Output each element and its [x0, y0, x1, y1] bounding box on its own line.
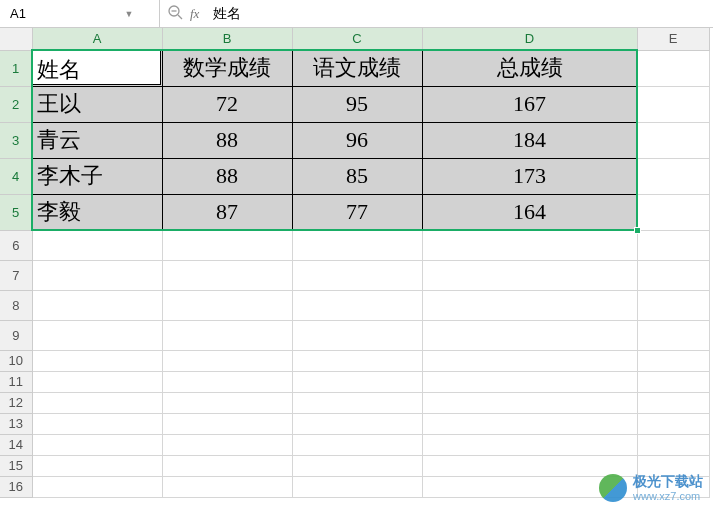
cell-C7[interactable] — [292, 260, 422, 290]
sheet-grid[interactable]: ABCDE1姓名数学成绩语文成绩总成绩2王以72951673青云88961844… — [0, 28, 713, 498]
cell-E5[interactable] — [637, 194, 709, 230]
cell-C1[interactable]: 语文成绩 — [292, 50, 422, 86]
cell-C10[interactable] — [292, 350, 422, 371]
row-head-15[interactable]: 15 — [0, 455, 32, 476]
col-head-C[interactable]: C — [292, 28, 422, 50]
cell-B1[interactable]: 数学成绩 — [162, 50, 292, 86]
row-head-7[interactable]: 7 — [0, 260, 32, 290]
cell-D9[interactable] — [422, 320, 637, 350]
cell-D11[interactable] — [422, 371, 637, 392]
cell-A14[interactable] — [32, 434, 162, 455]
row-head-2[interactable]: 2 — [0, 86, 32, 122]
row-head-9[interactable]: 9 — [0, 320, 32, 350]
cell-D6[interactable] — [422, 230, 637, 260]
cell-C3[interactable]: 96 — [292, 122, 422, 158]
cell-E11[interactable] — [637, 371, 709, 392]
cell-C6[interactable] — [292, 230, 422, 260]
cell-A11[interactable] — [32, 371, 162, 392]
cell-E13[interactable] — [637, 413, 709, 434]
cell-E8[interactable] — [637, 290, 709, 320]
row-head-11[interactable]: 11 — [0, 371, 32, 392]
cell-C5[interactable]: 77 — [292, 194, 422, 230]
cell-C4[interactable]: 85 — [292, 158, 422, 194]
cell-D12[interactable] — [422, 392, 637, 413]
col-head-E[interactable]: E — [637, 28, 709, 50]
cell-E9[interactable] — [637, 320, 709, 350]
cell-A8[interactable] — [32, 290, 162, 320]
cell-D14[interactable] — [422, 434, 637, 455]
cell-C13[interactable] — [292, 413, 422, 434]
row-head-6[interactable]: 6 — [0, 230, 32, 260]
cell-D2[interactable]: 167 — [422, 86, 637, 122]
row-head-13[interactable]: 13 — [0, 413, 32, 434]
formula-input[interactable] — [209, 6, 392, 22]
cell-B14[interactable] — [162, 434, 292, 455]
cell-B4[interactable]: 88 — [162, 158, 292, 194]
row-head-3[interactable]: 3 — [0, 122, 32, 158]
cell-E4[interactable] — [637, 158, 709, 194]
row-head-4[interactable]: 4 — [0, 158, 32, 194]
row-head-8[interactable]: 8 — [0, 290, 32, 320]
cell-B10[interactable] — [162, 350, 292, 371]
cell-D1[interactable]: 总成绩 — [422, 50, 637, 86]
cell-A15[interactable] — [32, 455, 162, 476]
cell-E12[interactable] — [637, 392, 709, 413]
cell-A7[interactable] — [32, 260, 162, 290]
cell-B5[interactable]: 87 — [162, 194, 292, 230]
cell-A10[interactable] — [32, 350, 162, 371]
cell-B9[interactable] — [162, 320, 292, 350]
zoom-out-icon[interactable] — [160, 5, 190, 23]
name-box-input[interactable] — [0, 6, 120, 21]
cell-B7[interactable] — [162, 260, 292, 290]
cell-B8[interactable] — [162, 290, 292, 320]
cell-B2[interactable]: 72 — [162, 86, 292, 122]
cell-B16[interactable] — [162, 476, 292, 497]
cell-E1[interactable] — [637, 50, 709, 86]
cell-E3[interactable] — [637, 122, 709, 158]
cell-C14[interactable] — [292, 434, 422, 455]
cell-D13[interactable] — [422, 413, 637, 434]
cell-A2[interactable]: 王以 — [32, 86, 162, 122]
cell-B12[interactable] — [162, 392, 292, 413]
col-head-A[interactable]: A — [32, 28, 162, 50]
cell-C15[interactable] — [292, 455, 422, 476]
cell-D3[interactable]: 184 — [422, 122, 637, 158]
row-head-1[interactable]: 1 — [0, 50, 32, 86]
cell-A9[interactable] — [32, 320, 162, 350]
cell-A12[interactable] — [32, 392, 162, 413]
cell-D4[interactable]: 173 — [422, 158, 637, 194]
cell-C8[interactable] — [292, 290, 422, 320]
col-head-B[interactable]: B — [162, 28, 292, 50]
cell-B11[interactable] — [162, 371, 292, 392]
cell-A3[interactable]: 青云 — [32, 122, 162, 158]
cell-C2[interactable]: 95 — [292, 86, 422, 122]
cell-E6[interactable] — [637, 230, 709, 260]
row-head-14[interactable]: 14 — [0, 434, 32, 455]
cell-D8[interactable] — [422, 290, 637, 320]
row-head-12[interactable]: 12 — [0, 392, 32, 413]
cell-D5[interactable]: 164 — [422, 194, 637, 230]
cell-B15[interactable] — [162, 455, 292, 476]
cell-A6[interactable] — [32, 230, 162, 260]
row-head-16[interactable]: 16 — [0, 476, 32, 497]
cell-D10[interactable] — [422, 350, 637, 371]
cell-E2[interactable] — [637, 86, 709, 122]
cell-A1[interactable]: 姓名 — [32, 50, 162, 86]
cell-C11[interactable] — [292, 371, 422, 392]
col-head-D[interactable]: D — [422, 28, 637, 50]
cell-B3[interactable]: 88 — [162, 122, 292, 158]
row-head-5[interactable]: 5 — [0, 194, 32, 230]
name-box-dropdown-icon[interactable]: ▼ — [120, 9, 138, 19]
cell-E14[interactable] — [637, 434, 709, 455]
cell-A16[interactable] — [32, 476, 162, 497]
cell-B6[interactable] — [162, 230, 292, 260]
cell-A13[interactable] — [32, 413, 162, 434]
cell-D7[interactable] — [422, 260, 637, 290]
cell-C12[interactable] — [292, 392, 422, 413]
cell-C16[interactable] — [292, 476, 422, 497]
row-head-10[interactable]: 10 — [0, 350, 32, 371]
cell-B13[interactable] — [162, 413, 292, 434]
fx-icon[interactable]: fx — [190, 6, 199, 22]
select-all-corner[interactable] — [0, 28, 32, 50]
cell-C9[interactable] — [292, 320, 422, 350]
